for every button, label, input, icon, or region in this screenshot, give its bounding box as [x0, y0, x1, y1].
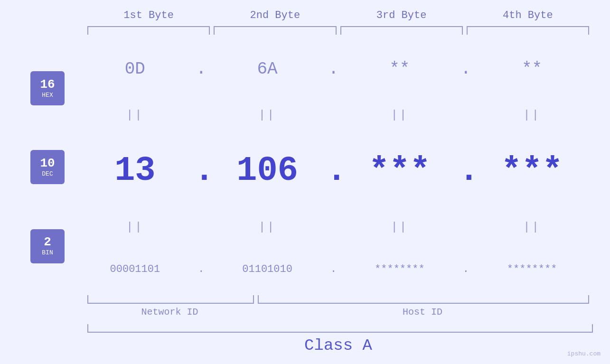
- dec-dot3: .: [459, 151, 473, 190]
- eq2-b3: ||: [341, 221, 459, 233]
- hex-badge: 16 HEX: [30, 71, 65, 105]
- hex-b2-value: 6A: [257, 59, 278, 79]
- dec-row: 13 . 106 . *** . ***: [76, 151, 591, 190]
- dec-b2-value: 106: [236, 151, 298, 190]
- bin-b4-value: ********: [507, 263, 557, 275]
- top-bracket-4: [467, 26, 589, 35]
- dec-b4-value: ***: [501, 151, 563, 190]
- network-id-label: Network ID: [85, 307, 254, 317]
- bin-b3-value: ********: [375, 263, 425, 275]
- hex-byte1: 0D: [76, 59, 194, 79]
- dec-badge-number: 10: [40, 157, 55, 169]
- bin-badge: 2 BIN: [30, 229, 65, 263]
- hex-dot2: .: [327, 59, 341, 79]
- dec-dot2: .: [327, 151, 341, 190]
- bin-byte2: 01101010: [208, 263, 327, 275]
- bin-byte3: ********: [341, 263, 459, 275]
- eq2-b1: ||: [76, 221, 194, 233]
- class-a-section: Class A: [19, 324, 591, 355]
- hex-badge-number: 16: [40, 78, 55, 91]
- bin-byte1: 00001101: [76, 263, 194, 275]
- bin-dot2: .: [327, 263, 341, 275]
- network-id-bracket: [87, 295, 254, 304]
- top-brackets: [19, 26, 591, 35]
- dec-byte1: 13: [76, 151, 194, 190]
- hex-row: 0D . 6A . ** . **: [76, 59, 591, 79]
- hex-badge-label: HEX: [42, 92, 53, 99]
- content-area: 16 HEX 10 DEC 2 BIN 0D .: [19, 44, 591, 290]
- dec-badge: 10 DEC: [30, 150, 65, 184]
- class-a-label: Class A: [85, 336, 591, 355]
- bin-row: 00001101 . 01101010 . ******** .: [76, 263, 591, 275]
- hex-byte4: **: [473, 59, 591, 79]
- bin-dot3: .: [459, 263, 473, 275]
- hex-byte2: 6A: [208, 59, 327, 79]
- hex-b4-value: **: [522, 59, 542, 79]
- hex-dot1: .: [194, 59, 208, 79]
- eq1-b2: ||: [208, 109, 327, 121]
- eq1-b4: ||: [473, 109, 591, 121]
- class-a-bracket: [87, 324, 593, 333]
- bin-b1-value: 00001101: [110, 263, 160, 275]
- byte1-header: 1st Byte: [85, 9, 212, 21]
- host-id-bracket: [258, 295, 589, 304]
- dec-byte3: ***: [341, 151, 459, 190]
- byte-headers: 1st Byte 2nd Byte 3rd Byte 4th Byte: [19, 9, 591, 21]
- watermark: ipshu.com: [567, 350, 601, 357]
- hex-b1-value: 0D: [125, 59, 145, 79]
- bin-byte4: ********: [473, 263, 591, 275]
- byte4-header: 4th Byte: [465, 9, 591, 21]
- bin-b2-value: 01101010: [242, 263, 292, 275]
- equals-row-2: || || || ||: [76, 221, 591, 233]
- values-grid: 0D . 6A . ** . **: [76, 44, 591, 290]
- hex-b3-value: **: [389, 59, 410, 79]
- equals-row-1: || || || ||: [76, 109, 591, 121]
- top-bracket-3: [340, 26, 463, 35]
- dec-badge-label: DEC: [42, 170, 53, 177]
- bin-dot1: .: [194, 263, 208, 275]
- badges-column: 16 HEX 10 DEC 2 BIN: [19, 44, 76, 290]
- dec-b3-value: ***: [369, 151, 431, 190]
- top-bracket-1: [87, 26, 210, 35]
- hex-dot3: .: [459, 59, 473, 79]
- eq1-b1: ||: [76, 109, 194, 121]
- byte2-header: 2nd Byte: [212, 9, 338, 21]
- bottom-bracket-row: [85, 295, 591, 304]
- host-id-label: Host ID: [254, 307, 591, 317]
- dec-byte2: 106: [208, 151, 327, 190]
- top-bracket-2: [214, 26, 336, 35]
- id-label-row: Network ID Host ID: [85, 307, 591, 317]
- eq2-b4: ||: [473, 221, 591, 233]
- byte3-header: 3rd Byte: [338, 9, 465, 21]
- dec-b1-value: 13: [114, 151, 155, 190]
- dec-byte4: ***: [473, 151, 591, 190]
- main-container: 1st Byte 2nd Byte 3rd Byte 4th Byte 16 H…: [0, 0, 610, 364]
- eq1-b3: ||: [341, 109, 459, 121]
- bin-badge-label: BIN: [42, 249, 53, 256]
- dec-dot1: .: [194, 151, 208, 190]
- bottom-section: Network ID Host ID: [19, 295, 591, 317]
- bin-badge-number: 2: [44, 236, 51, 248]
- eq2-b2: ||: [208, 221, 327, 233]
- hex-byte3: **: [341, 59, 459, 79]
